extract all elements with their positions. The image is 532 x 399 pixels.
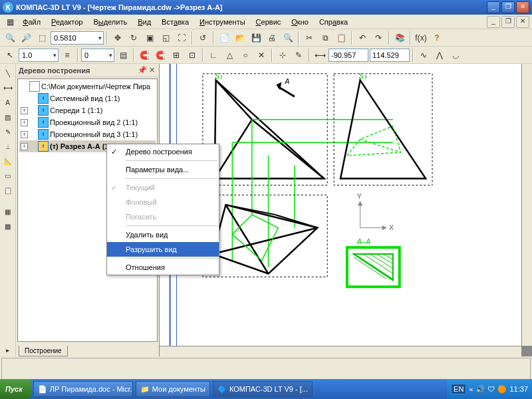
menu-tools[interactable]: Инструменты bbox=[194, 17, 251, 27]
copy-icon[interactable]: ⧉ bbox=[318, 31, 332, 45]
taskbar-item[interactable]: 📁Мои документы bbox=[136, 381, 210, 397]
tool-spec-icon[interactable]: 📋 bbox=[1, 184, 15, 197]
menu-insert[interactable]: Вставка bbox=[156, 17, 194, 27]
horizontal-scrollbar[interactable] bbox=[160, 346, 521, 356]
pin-icon[interactable]: 📌 bbox=[138, 66, 147, 74]
ctx-bg[interactable]: Фоновый bbox=[107, 195, 219, 209]
zoom-combo[interactable]: 0.5810 bbox=[51, 31, 104, 45]
coord-mode-icon[interactable]: ⊹ bbox=[275, 48, 290, 63]
paste-icon[interactable]: 📋 bbox=[334, 31, 348, 45]
panel-collapse-icon[interactable]: ▸ bbox=[1, 343, 15, 356]
mdi-close-button[interactable]: ✕ bbox=[516, 16, 529, 28]
tree-item[interactable]: + t Спереди 1 (1:1) bbox=[19, 104, 156, 116]
zoom-all-icon[interactable]: ⛶ bbox=[174, 31, 189, 45]
tool-sel-icon[interactable]: ▭ bbox=[1, 169, 15, 182]
tray-icon[interactable]: 🟠 bbox=[497, 385, 507, 394]
undo-icon[interactable]: ↶ bbox=[355, 31, 370, 45]
tool-edit-icon[interactable]: ✎ bbox=[1, 125, 15, 138]
menu-select[interactable]: Выделить bbox=[88, 17, 132, 27]
snap-mid-icon[interactable]: △ bbox=[222, 48, 237, 63]
variables-icon[interactable]: f(x) bbox=[414, 31, 428, 45]
line-style-icon[interactable]: ≡ bbox=[60, 48, 74, 63]
misc1-icon[interactable]: ∿ bbox=[416, 48, 431, 63]
tool-param-icon[interactable]: ⟂ bbox=[1, 140, 15, 153]
scale-combo[interactable]: 1.0 bbox=[19, 49, 59, 62]
tool-measure-icon[interactable]: 📐 bbox=[1, 154, 15, 168]
sketch-icon[interactable]: ✎ bbox=[291, 48, 306, 63]
misc2-icon[interactable]: ⋀ bbox=[432, 48, 447, 63]
tray-icon[interactable]: 🔊 bbox=[475, 385, 485, 394]
redo-icon[interactable]: ↷ bbox=[371, 31, 386, 45]
menu-help[interactable]: Справка bbox=[314, 17, 353, 27]
minimize-button[interactable]: _ bbox=[487, 1, 500, 13]
zoom-prev-icon[interactable]: ◱ bbox=[158, 31, 173, 45]
rotate-icon[interactable]: ↻ bbox=[126, 31, 141, 45]
taskbar-item-active[interactable]: 🔷КОМПАС-3D LT V9 - [... bbox=[213, 381, 313, 397]
ctx-relations[interactable]: Отношения bbox=[107, 260, 219, 275]
help-icon[interactable]: ? bbox=[430, 31, 444, 45]
lang-indicator[interactable]: EN bbox=[451, 384, 466, 394]
coord-y[interactable]: 114.529 bbox=[370, 49, 410, 62]
ctx-destroy[interactable]: Разрушить вид bbox=[107, 242, 219, 257]
layer-combo[interactable]: 0 bbox=[81, 49, 114, 62]
start-button[interactable]: Пуск bbox=[0, 379, 32, 399]
zoom-window-icon[interactable]: ⬚ bbox=[35, 31, 49, 45]
tree-item[interactable]: t Системный вид (1:1) bbox=[19, 92, 156, 104]
menu-file[interactable]: Файл bbox=[17, 17, 46, 27]
tray-icon[interactable]: 🛡 bbox=[487, 385, 495, 393]
ctx-params[interactable]: Параметры вида... bbox=[107, 162, 219, 177]
tool-view2-icon[interactable]: ▩ bbox=[1, 219, 15, 233]
menu-view[interactable]: Вид bbox=[132, 17, 156, 27]
system-tray[interactable]: EN « 🔊 🛡 🟠 11:37 bbox=[447, 379, 532, 399]
ortho-icon[interactable]: ⊞ bbox=[169, 48, 184, 63]
snap-int-icon[interactable]: ✕ bbox=[254, 48, 269, 63]
tree-item[interactable]: + t Проекционный вид 2 (1:1) bbox=[19, 116, 156, 128]
layers-icon[interactable]: ▤ bbox=[116, 48, 130, 63]
tool-text-icon[interactable]: A bbox=[1, 96, 15, 109]
grid-icon[interactable]: ⊡ bbox=[185, 48, 200, 63]
tree-root[interactable]: С:\Мои документы\Чертеж Пира bbox=[19, 80, 156, 92]
refresh-icon[interactable]: ↺ bbox=[196, 31, 210, 45]
tool-view1-icon[interactable]: ▦ bbox=[1, 205, 15, 218]
misc3-icon[interactable]: ◡ bbox=[448, 48, 463, 63]
tray-icon[interactable]: « bbox=[469, 385, 473, 393]
snap-center-icon[interactable]: ○ bbox=[238, 48, 253, 63]
new-icon[interactable]: 📄 bbox=[217, 31, 231, 45]
print-icon[interactable]: 🖨 bbox=[265, 31, 279, 45]
vertical-scrollbar[interactable] bbox=[521, 64, 532, 346]
tree-tab[interactable]: Построение bbox=[19, 346, 68, 356]
coord-lock-x-icon[interactable]: ⟷ bbox=[313, 48, 327, 63]
menu-service[interactable]: Сервис bbox=[251, 17, 287, 27]
close-button[interactable]: ✕ bbox=[516, 1, 529, 13]
pointer-icon[interactable]: ↖ bbox=[3, 48, 17, 63]
zoom-out-icon[interactable]: 🔎 bbox=[19, 31, 33, 45]
ctx-delete[interactable]: Удалить вид bbox=[107, 227, 219, 242]
app-menu-icon[interactable]: ▦ bbox=[3, 15, 17, 29]
tool-dim-icon[interactable]: ⟷ bbox=[1, 81, 15, 94]
library-icon[interactable]: 📚 bbox=[392, 31, 407, 45]
coord-x[interactable]: -90.957 bbox=[329, 49, 368, 62]
open-icon[interactable]: 📂 bbox=[233, 31, 247, 45]
tool-line-icon[interactable]: ╲ bbox=[1, 66, 15, 80]
pan-icon[interactable]: ✥ bbox=[110, 31, 125, 45]
snap-end-icon[interactable]: ∟ bbox=[206, 48, 221, 63]
zoom-in-icon[interactable]: 🔍 bbox=[3, 31, 17, 45]
cut-icon[interactable]: ✂ bbox=[302, 31, 317, 45]
tool-hatch-icon[interactable]: ▨ bbox=[1, 110, 15, 124]
ctx-hide[interactable]: Погасить bbox=[107, 209, 219, 224]
menu-edit[interactable]: Редактор bbox=[46, 17, 88, 27]
mdi-minimize-button[interactable]: _ bbox=[487, 16, 500, 28]
preview-icon[interactable]: 🔍 bbox=[281, 31, 295, 45]
restore-button[interactable]: ❐ bbox=[501, 1, 515, 13]
menu-window[interactable]: Окно bbox=[286, 17, 314, 27]
mdi-restore-button[interactable]: ❐ bbox=[501, 16, 515, 28]
taskbar-item[interactable]: 📄ЛР Пирамида.doc - Micr... bbox=[33, 381, 133, 397]
snap1-icon[interactable]: 🧲 bbox=[137, 48, 152, 63]
clock[interactable]: 11:37 bbox=[509, 385, 528, 393]
tree-close-icon[interactable]: ✕ bbox=[147, 66, 156, 74]
fit-icon[interactable]: ▣ bbox=[142, 31, 157, 45]
snap2-icon[interactable]: 🧲 bbox=[153, 48, 168, 63]
save-icon[interactable]: 💾 bbox=[249, 31, 263, 45]
ctx-current[interactable]: ✓Текущий bbox=[107, 180, 219, 195]
tree-item[interactable]: + t Проекционный вид 3 (1:1) bbox=[19, 128, 156, 140]
